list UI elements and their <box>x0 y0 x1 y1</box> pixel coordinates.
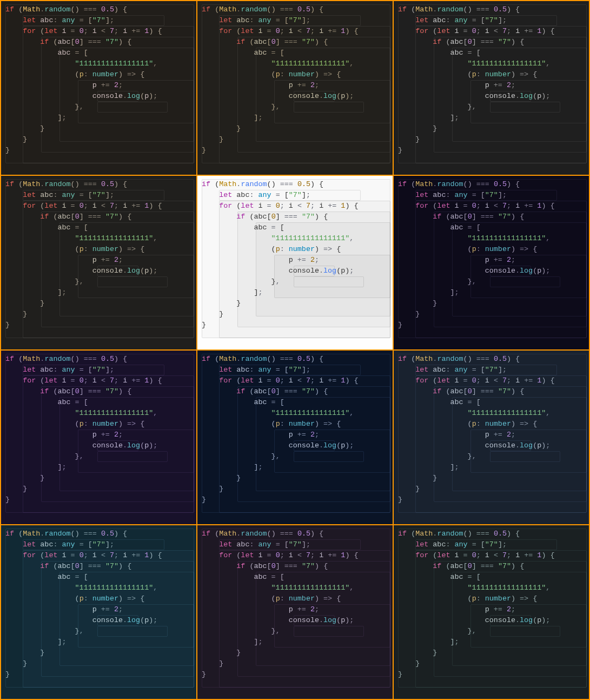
code-line: let abc: any = ["7"]; <box>5 539 193 550</box>
code-line: for (let i = 0; i < 7; i += 1) { <box>5 550 193 561</box>
code-line: if (Math.random() === 0.5) { <box>398 179 586 190</box>
theme-preview-t12[interactable]: if (Math.random() === 0.5) { let abc: an… <box>394 525 589 699</box>
code-line: "1111111111111111", <box>202 583 389 593</box>
code-snippet: if (Math.random() === 0.5) { let abc: an… <box>398 4 586 156</box>
code-line: (p: number) => { <box>5 419 193 430</box>
code-line: } <box>398 669 586 680</box>
code-line: for (let i = 0; i < 7; i += 1) { <box>398 201 586 212</box>
code-line: "1111111111111111", <box>398 58 586 69</box>
code-line: abc = [ <box>5 48 193 58</box>
code-line: } <box>398 648 586 658</box>
code-line: }, <box>202 102 389 113</box>
code-line: for (let i = 0; i < 7; i += 1) { <box>398 26 586 37</box>
code-line: abc = [ <box>202 222 389 233</box>
code-line: }, <box>398 102 586 113</box>
code-line: for (let i = 0; i < 7; i += 1) { <box>398 550 586 561</box>
code-line: abc = [ <box>5 572 193 583</box>
code-snippet: if (Math.random() === 0.5) { let abc: an… <box>202 179 389 331</box>
code-line: if (abc[0] === "7") { <box>5 212 193 222</box>
theme-preview-t8[interactable]: if (Math.random() === 0.5) { let abc: an… <box>197 351 393 524</box>
code-line: console.log(p); <box>398 440 586 451</box>
code-line: if (abc[0] === "7") { <box>202 212 389 222</box>
code-line: } <box>5 134 193 145</box>
code-line: (p: number) => { <box>202 593 389 604</box>
code-line: console.log(p); <box>5 615 193 626</box>
code-line: if (abc[0] === "7") { <box>398 37 586 48</box>
code-line: abc = [ <box>5 222 193 233</box>
code-line: let abc: any = ["7"]; <box>398 539 586 550</box>
code-line: if (abc[0] === "7") { <box>202 37 389 48</box>
code-line: p += 2; <box>5 80 193 91</box>
code-line: (p: number) => { <box>202 69 389 80</box>
code-line: let abc: any = ["7"]; <box>202 365 389 375</box>
code-line: }, <box>398 451 586 462</box>
code-line: let abc: any = ["7"]; <box>5 15 193 26</box>
code-line: console.log(p); <box>5 440 193 451</box>
code-line: } <box>202 473 389 484</box>
code-line: } <box>202 484 389 494</box>
theme-preview-t9[interactable]: if (Math.random() === 0.5) { let abc: an… <box>394 351 589 524</box>
code-line: } <box>398 145 586 156</box>
code-line: "1111111111111111", <box>5 583 193 593</box>
code-line: for (let i = 0; i < 7; i += 1) { <box>5 375 193 386</box>
code-line: "1111111111111111", <box>398 583 586 593</box>
code-line: } <box>5 658 193 669</box>
code-line: ]; <box>5 113 193 123</box>
theme-preview-t5[interactable]: if (Math.random() === 0.5) { let abc: an… <box>197 176 393 349</box>
code-line: let abc: any = ["7"]; <box>398 365 586 375</box>
theme-preview-t6[interactable]: if (Math.random() === 0.5) { let abc: an… <box>394 176 589 349</box>
code-line: console.log(p); <box>202 266 389 276</box>
code-line: (p: number) => { <box>398 419 586 430</box>
code-line: console.log(p); <box>202 91 389 102</box>
code-snippet: if (Math.random() === 0.5) { let abc: an… <box>398 529 586 680</box>
theme-preview-t7[interactable]: if (Math.random() === 0.5) { let abc: an… <box>1 351 196 524</box>
code-line: } <box>398 484 586 494</box>
code-line: ]; <box>5 462 193 473</box>
code-line: (p: number) => { <box>5 69 193 80</box>
code-line: p += 2; <box>398 255 586 266</box>
code-line: } <box>5 145 193 156</box>
theme-preview-t4[interactable]: if (Math.random() === 0.5) { let abc: an… <box>1 176 196 349</box>
theme-preview-t11[interactable]: if (Math.random() === 0.5) { let abc: an… <box>197 525 393 699</box>
code-line: if (Math.random() === 0.5) { <box>202 354 389 365</box>
code-line: let abc: any = ["7"]; <box>202 190 389 201</box>
code-line: if (Math.random() === 0.5) { <box>398 529 586 539</box>
code-line: }, <box>398 276 586 287</box>
code-line: "1111111111111111", <box>5 233 193 244</box>
code-line: ]; <box>202 637 389 648</box>
code-line: p += 2; <box>202 255 389 266</box>
code-line: for (let i = 0; i < 7; i += 1) { <box>5 201 193 212</box>
code-line: "1111111111111111", <box>398 408 586 419</box>
code-line: }, <box>5 276 193 287</box>
theme-preview-t1[interactable]: if (Math.random() === 0.5) { let abc: an… <box>1 1 196 175</box>
code-line: } <box>398 658 586 669</box>
theme-preview-grid: if (Math.random() === 0.5) { let abc: an… <box>0 0 590 700</box>
theme-preview-t3[interactable]: if (Math.random() === 0.5) { let abc: an… <box>394 1 589 175</box>
code-line: "1111111111111111", <box>202 58 389 69</box>
code-line: abc = [ <box>398 397 586 408</box>
code-line: }, <box>202 451 389 462</box>
code-line: if (Math.random() === 0.5) { <box>5 4 193 15</box>
theme-preview-t10[interactable]: if (Math.random() === 0.5) { let abc: an… <box>1 525 196 699</box>
code-line: if (abc[0] === "7") { <box>398 561 586 572</box>
code-snippet: if (Math.random() === 0.5) { let abc: an… <box>202 529 389 680</box>
code-line: } <box>202 494 389 505</box>
code-line: } <box>202 134 389 145</box>
code-line: abc = [ <box>5 397 193 408</box>
code-line: "1111111111111111", <box>202 233 389 244</box>
code-line: p += 2; <box>202 80 389 91</box>
theme-preview-t2[interactable]: if (Math.random() === 0.5) { let abc: an… <box>197 1 393 175</box>
code-line: }, <box>5 102 193 113</box>
code-line: for (let i = 0; i < 7; i += 1) { <box>202 550 389 561</box>
code-line: for (let i = 0; i < 7; i += 1) { <box>202 201 389 212</box>
code-line: for (let i = 0; i < 7; i += 1) { <box>202 26 389 37</box>
code-line: } <box>202 123 389 134</box>
code-line: } <box>202 658 389 669</box>
code-snippet: if (Math.random() === 0.5) { let abc: an… <box>5 4 193 156</box>
code-line: } <box>398 309 586 320</box>
code-line: ]; <box>398 637 586 648</box>
code-line: abc = [ <box>202 397 389 408</box>
code-line: ]; <box>202 113 389 123</box>
code-line: } <box>5 123 193 134</box>
code-line: ]; <box>398 462 586 473</box>
